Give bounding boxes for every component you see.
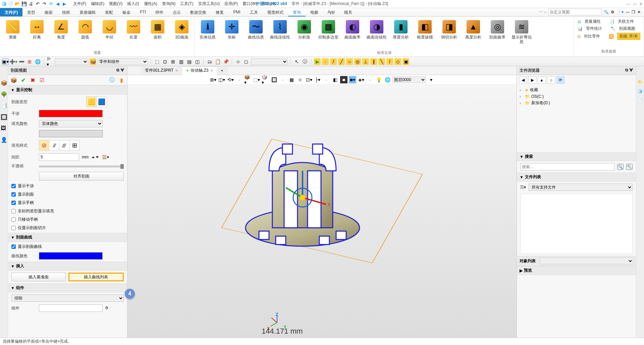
chk-show-curve[interactable] xyxy=(11,245,16,249)
rb-bendinfo[interactable]: ≋显示折弯信息 xyxy=(512,18,532,45)
sk-line2-icon[interactable]: ╱ xyxy=(338,58,345,65)
undo-icon[interactable]: ↶ xyxy=(35,1,40,7)
tb-1[interactable]: ⬚ xyxy=(154,58,160,65)
panel-pin-icon[interactable]: ⧉ ⮟ xyxy=(625,68,633,73)
vt-5[interactable]: ⬚▾ xyxy=(253,76,260,83)
vt-4[interactable]: 📦▾ xyxy=(244,76,252,83)
rt-doc-icon[interactable]: 📄 xyxy=(638,98,643,103)
min2-icon[interactable]: — xyxy=(626,10,630,14)
vt-11[interactable]: ├▾ xyxy=(314,76,321,83)
sk-line3-icon[interactable]: / xyxy=(386,58,393,65)
tb-2[interactable]: ⊡ xyxy=(162,58,168,65)
sec-files-head[interactable]: ▼ 文件列表 xyxy=(517,172,636,182)
search-go-button[interactable]: 🔍 xyxy=(617,164,624,170)
chk-show-handle[interactable] xyxy=(11,201,16,205)
ribbon-tab[interactable]: FTI xyxy=(135,8,151,16)
rb-length[interactable]: 〰长度 xyxy=(123,18,144,40)
tb-5[interactable]: ▤ xyxy=(186,58,193,65)
vt-bulb-icon[interactable]: 💡 xyxy=(375,76,382,83)
component-pick-icon[interactable]: ⥀ xyxy=(105,306,108,310)
related-files-icon[interactable]: 📑 xyxy=(609,19,614,24)
tb-4[interactable]: ▥ xyxy=(178,58,184,65)
ribbon-tab[interactable]: 线框 xyxy=(57,8,75,16)
component-input[interactable] xyxy=(39,304,103,312)
file-search-input[interactable] xyxy=(520,163,614,170)
sec-curves-head[interactable]: ▼ 剖面曲线 xyxy=(8,233,127,242)
ribbon-tab-file[interactable]: 文件(F) xyxy=(0,8,22,16)
new-icon[interactable]: 📄 xyxy=(8,1,13,7)
vt-7[interactable]: 🔲 xyxy=(270,76,278,83)
menu-file[interactable]: 文件(F) xyxy=(71,0,88,7)
doc-tab[interactable]: 零件001.Z3PRT × xyxy=(141,66,182,75)
save-icon[interactable]: 💾 xyxy=(21,1,27,7)
rb-arc[interactable]: ◠圆弧 xyxy=(75,18,95,40)
ribbon-tab[interactable]: 工具 xyxy=(245,8,263,16)
rb-curveinfo[interactable]: 〜曲线信息 xyxy=(246,18,266,40)
rb-curvecont[interactable]: ⌇曲线连续性 xyxy=(270,18,290,40)
rb-relfiles[interactable]: 关联文件 xyxy=(618,19,634,24)
sec-insert-head[interactable]: ▼ 插入 xyxy=(8,262,127,271)
redo-icon[interactable]: ↷ xyxy=(42,1,47,7)
pa-ok-icon[interactable]: ✔ xyxy=(19,76,27,84)
rb-radius[interactable]: ◡半径 xyxy=(99,18,119,40)
nav-fwd-icon[interactable]: ▶ xyxy=(62,1,67,7)
lt-user-icon[interactable]: 👤 xyxy=(1,137,7,143)
tb-3[interactable]: ⊞ xyxy=(170,58,176,65)
pa-expand-icon[interactable]: ▮ xyxy=(118,76,125,84)
align-section-button[interactable]: 对齐剖面 xyxy=(39,172,124,181)
insert-datum-button[interactable]: 插入基准面 xyxy=(11,273,66,281)
ribbon-tab[interactable]: 装配 xyxy=(100,8,118,16)
rb-area[interactable]: ▦面积 xyxy=(148,18,168,40)
curve-color[interactable] xyxy=(39,252,103,260)
tb-10[interactable]: ⊹ xyxy=(235,58,241,65)
doc-tab-active[interactable]: + 传动轴.Z3 × xyxy=(182,66,217,75)
rb-thickness[interactable]: ▮厚度分析 xyxy=(391,18,411,40)
add-icon[interactable]: ➕▾ xyxy=(10,58,17,65)
ribbon-tab[interactable]: 电极 xyxy=(306,8,323,16)
file-filter-select[interactable]: 所有支持文件 xyxy=(529,184,633,191)
ribbon-tab[interactable]: 模具 xyxy=(339,8,357,16)
lt-image-icon[interactable]: 🖼 xyxy=(1,125,7,132)
vt-10[interactable]: ⊡▾ xyxy=(305,76,313,83)
rb-analyzesurf[interactable]: ◉分析面 xyxy=(294,18,314,40)
lt-tree-icon[interactable]: 🌳 xyxy=(1,91,7,98)
arrow-icon[interactable]: ↖ xyxy=(293,58,300,65)
vt-world-icon[interactable]: 🌐 xyxy=(384,76,391,83)
sk-para-icon[interactable]: ∥ xyxy=(370,58,377,65)
minimize-icon[interactable]: — xyxy=(626,2,630,6)
chk-slice-only[interactable] xyxy=(11,226,16,230)
close-icon[interactable]: ✕ xyxy=(639,2,643,6)
rb-compare[interactable]: 对比零件 xyxy=(584,33,600,39)
ribbon-tab[interactable]: 焊件 xyxy=(151,8,168,16)
ribbon-tab[interactable]: PMI xyxy=(228,8,245,16)
fillstyle-none[interactable]: ⊘ xyxy=(39,140,49,150)
tree-item[interactable]: ›📁OS(C:) xyxy=(520,93,633,99)
tab-close-icon[interactable]: × xyxy=(211,68,213,73)
fillstyle-hatch1[interactable]: ⫽ xyxy=(49,140,59,150)
ribbon-tab[interactable]: 钣金 xyxy=(118,8,135,16)
search-opt-button[interactable]: 🔧 xyxy=(626,164,633,170)
vt-1[interactable]: ⊞▾ xyxy=(209,76,217,83)
vt-12[interactable]: ◧ xyxy=(331,76,339,83)
rb-ctrlpoly[interactable]: ▩控制多边形 xyxy=(318,18,338,40)
maximize-icon[interactable]: ▭ xyxy=(633,2,637,6)
section-toggle-icon[interactable]: 🔀 xyxy=(609,34,614,39)
fillstyle-grid[interactable]: ⊞ xyxy=(69,140,79,150)
ribbon-tab[interactable]: 造型 xyxy=(22,8,40,16)
play-icon[interactable]: ▶ xyxy=(314,58,321,65)
panel-pin-icon[interactable]: ⧉ ⮟ xyxy=(116,68,124,73)
rb-partstat[interactable]: 零件统计 xyxy=(586,26,602,31)
chk-show-section[interactable] xyxy=(11,192,16,197)
rb-distance[interactable]: ↔距离 xyxy=(27,18,47,40)
tb-6[interactable]: ◫ xyxy=(194,58,201,65)
ribbon-collapse-icon[interactable]: 〰 ▴ xyxy=(539,10,546,14)
part-stats-icon[interactable]: 📊 xyxy=(578,26,583,31)
grid-icon[interactable]: ⊞ xyxy=(26,58,33,65)
ribbon-tab[interactable]: 直接编辑 xyxy=(75,8,100,16)
rt-part-icon[interactable]: 🧊 xyxy=(638,89,643,94)
sec-display-head[interactable]: ▼ 显示控制 xyxy=(8,85,127,94)
info-icon[interactable]: ⓘ xyxy=(302,58,308,65)
box-icon[interactable]: 📦 xyxy=(90,58,96,65)
vt-2[interactable]: ◫▾ xyxy=(218,76,225,83)
ribbon-tab[interactable]: App xyxy=(323,8,339,16)
